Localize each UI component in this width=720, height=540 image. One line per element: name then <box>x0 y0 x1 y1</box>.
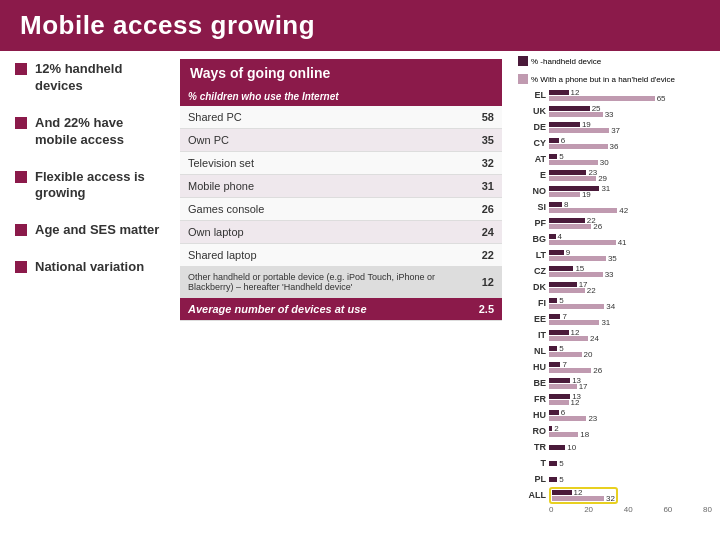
table-cell-label: Games console <box>180 198 462 221</box>
chart-row: CY636 <box>518 136 712 150</box>
chart-country-label: AT <box>518 154 546 164</box>
chart-row: E2329 <box>518 168 712 182</box>
bullet-item-2: And 22% have mobile access <box>15 115 165 149</box>
chart-country-label: HU <box>518 410 546 420</box>
chart-row: SI842 <box>518 200 712 214</box>
chart-row: TR10 <box>518 440 712 454</box>
legend-item-1: % -handheld device <box>518 56 601 66</box>
bullet-item-5: National variation <box>15 259 165 276</box>
chart-row: HU623 <box>518 408 712 422</box>
chart-row: FI534 <box>518 296 712 310</box>
chart-row: CZ1533 <box>518 264 712 278</box>
bar-group: 3119 <box>549 186 610 197</box>
chart-row: BG441 <box>518 232 712 246</box>
avg-value: 2.5 <box>462 298 502 321</box>
chart-row: DE1937 <box>518 120 712 134</box>
chart-legend: % -handheld device % With a phone but in… <box>518 56 712 84</box>
bullet-square-4 <box>15 224 27 236</box>
bar-group: 5 <box>549 461 564 466</box>
chart-country-label: IT <box>518 330 546 340</box>
table-cell-value: 31 <box>462 175 502 198</box>
bullet-square-3 <box>15 171 27 183</box>
legend-item-2: % With a phone but in a han'held d'evice <box>518 74 675 84</box>
chart-row: EE731 <box>518 312 712 326</box>
bar-group: 726 <box>549 362 602 373</box>
bar-group: 520 <box>549 346 592 357</box>
bar-group: 441 <box>549 234 627 245</box>
table-cell-label: Shared PC <box>180 106 462 129</box>
bullet-square-1 <box>15 63 27 75</box>
chart-row: BE1317 <box>518 376 712 390</box>
chart-row: NL520 <box>518 344 712 358</box>
chart-row: AT530 <box>518 152 712 166</box>
chart-country-label: UK <box>518 106 546 116</box>
table-cell-label: Television set <box>180 152 462 175</box>
bullet-square-2 <box>15 117 27 129</box>
chart-row: RO218 <box>518 424 712 438</box>
chart-country-label: DE <box>518 122 546 132</box>
page-title: Mobile access growing <box>0 0 720 51</box>
chart-row: DK1722 <box>518 280 712 294</box>
chart-country-label: ALL <box>518 490 546 500</box>
bar-group: 218 <box>549 426 589 437</box>
chart-row: LT935 <box>518 248 712 262</box>
chart-country-label: EL <box>518 90 546 100</box>
table-cell-label: Own laptop <box>180 221 462 244</box>
bar-group: 1265 <box>549 90 666 101</box>
chart-row: ALL1232 <box>518 488 712 502</box>
bullet-text-1: 12% handheld devices <box>35 61 165 95</box>
bar-group: 842 <box>549 202 628 213</box>
table-cell-value: 58 <box>462 106 502 129</box>
chart-country-label: PL <box>518 474 546 484</box>
chart-row: EL1265 <box>518 88 712 102</box>
bar-group: 636 <box>549 138 618 149</box>
table-cell-value: 32 <box>462 152 502 175</box>
legend-box-light <box>518 74 528 84</box>
legend-label-2: % With a phone but in a han'held d'evice <box>531 75 675 84</box>
avg-label: Average number of devices at use <box>180 298 462 321</box>
table-header-label: % children who use the Internet <box>180 87 462 106</box>
legend-box-dark <box>518 56 528 66</box>
chart-country-label: SI <box>518 202 546 212</box>
chart-country-label: T <box>518 458 546 468</box>
chart-country-label: LT <box>518 250 546 260</box>
chart-country-label: HU <box>518 362 546 372</box>
chart-country-label: PF <box>518 218 546 228</box>
chart-row: UK2533 <box>518 104 712 118</box>
chart-axis: 020406080 <box>518 505 712 514</box>
table-title: Ways of going online <box>180 59 502 87</box>
bar-group: 731 <box>549 314 610 325</box>
chart-row: PL5 <box>518 472 712 486</box>
chart-country-label: CZ <box>518 266 546 276</box>
bar-group: 1722 <box>549 282 596 293</box>
chart-row: T5 <box>518 456 712 470</box>
bullet-text-2: And 22% have mobile access <box>35 115 165 149</box>
bullet-square-5 <box>15 261 27 273</box>
bar-group: 935 <box>549 250 617 261</box>
table-cell-value: 26 <box>462 198 502 221</box>
table-cell-value: 35 <box>462 129 502 152</box>
bar-group: 1312 <box>549 394 581 405</box>
bullet-text-5: National variation <box>35 259 144 276</box>
chart-country-label: BG <box>518 234 546 244</box>
chart-row: IT1224 <box>518 328 712 342</box>
table-cell-value: 22 <box>462 244 502 267</box>
chart-country-label: NL <box>518 346 546 356</box>
header-title-text: Mobile access growing <box>20 10 315 40</box>
bar-group: 2329 <box>549 170 607 181</box>
bar-group: 10 <box>549 445 576 450</box>
bullet-text-3: Flexible access is growing <box>35 169 165 203</box>
bar-group: 1232 <box>549 487 618 504</box>
chart-country-label: NO <box>518 186 546 196</box>
bar-group: 1533 <box>549 266 614 277</box>
bullet-item-4: Age and SES matter <box>15 222 165 239</box>
chart-country-label: E <box>518 170 546 180</box>
table-cell-label: Shared laptop <box>180 244 462 267</box>
chart-country-label: RO <box>518 426 546 436</box>
chart-country-label: CY <box>518 138 546 148</box>
right-chart-panel: % -handheld device % With a phone but in… <box>510 51 720 540</box>
ways-online-table: % children who use the Internet Shared P… <box>180 87 502 321</box>
bar-group: 530 <box>549 154 609 165</box>
chart-row: FR1312 <box>518 392 712 406</box>
legend-label-1: % -handheld device <box>531 57 601 66</box>
